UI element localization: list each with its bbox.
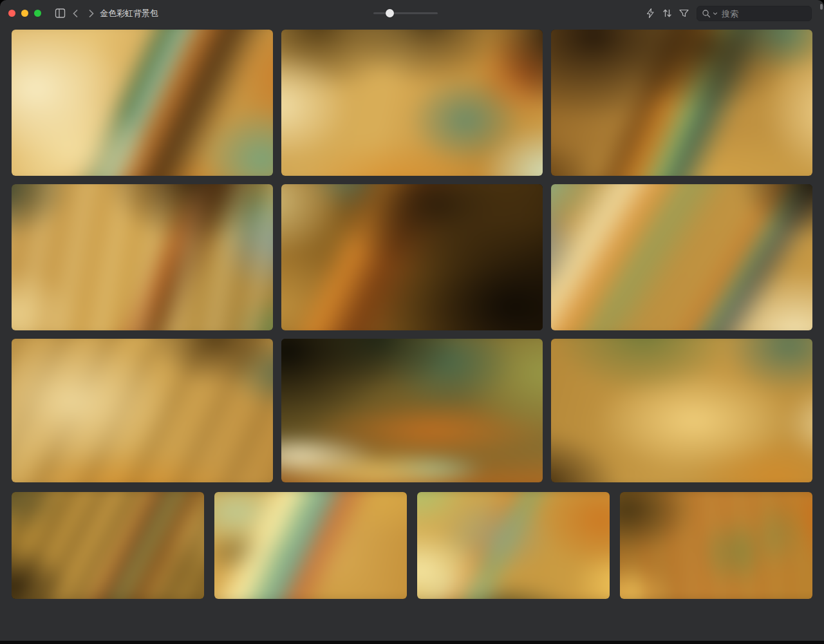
thumbnail-zoom-slider[interactable]: [373, 12, 438, 14]
image-thumbnail-gold-rainbow-06[interactable]: [551, 184, 812, 330]
gallery-row: [12, 30, 812, 176]
app-window: 金色彩虹背景包: [0, 0, 824, 641]
search-input[interactable]: [720, 9, 807, 19]
image-thumbnail-gold-rainbow-10[interactable]: [12, 492, 204, 599]
sidebar-toggle-icon[interactable]: [55, 8, 66, 19]
window-bottom-edge: [0, 641, 824, 644]
image-thumbnail-gold-rainbow-04[interactable]: [12, 184, 273, 330]
image-art: [551, 184, 812, 330]
image-art: [281, 184, 543, 330]
sort-icon[interactable]: [662, 8, 673, 19]
image-thumbnail-gold-rainbow-07[interactable]: [12, 339, 273, 482]
gallery-row: [12, 339, 812, 482]
image-art: [12, 184, 273, 330]
image-art: [551, 30, 812, 176]
image-art: [551, 339, 812, 482]
image-art: [281, 339, 543, 482]
minimize-button[interactable]: [21, 10, 28, 17]
zoom-window-button[interactable]: [34, 10, 41, 17]
zoom-slider-knob[interactable]: [386, 9, 394, 17]
image-thumbnail-gold-rainbow-08[interactable]: [281, 339, 543, 482]
close-button[interactable]: [8, 10, 15, 17]
search-icon: [702, 9, 711, 18]
title-bar: 金色彩虹背景包: [0, 0, 824, 27]
image-thumbnail-gold-rainbow-11[interactable]: [214, 492, 407, 599]
page-title: 金色彩虹背景包: [100, 0, 158, 27]
image-art: [214, 492, 407, 599]
image-thumbnail-gold-rainbow-03[interactable]: [551, 30, 812, 176]
scrollbar-thumb[interactable]: [820, 4, 823, 10]
forward-button[interactable]: [88, 8, 95, 19]
search-scope-chevron-icon[interactable]: [713, 11, 718, 16]
image-thumbnail-gold-rainbow-01[interactable]: [12, 30, 273, 176]
image-art: [620, 492, 812, 599]
search-field[interactable]: [697, 6, 812, 21]
image-thumbnail-gold-rainbow-09[interactable]: [551, 339, 812, 482]
gallery: [0, 27, 824, 599]
image-art: [12, 30, 273, 176]
image-thumbnail-gold-rainbow-12[interactable]: [417, 492, 610, 599]
filter-icon[interactable]: [679, 8, 689, 19]
gallery-row: [12, 492, 812, 599]
image-thumbnail-gold-rainbow-05[interactable]: [281, 184, 543, 330]
image-art: [281, 30, 543, 176]
image-thumbnail-gold-rainbow-02[interactable]: [281, 30, 543, 176]
image-art: [12, 492, 204, 599]
gallery-row: [12, 184, 812, 330]
quick-actions-icon[interactable]: [645, 8, 656, 19]
image-art: [12, 339, 273, 482]
image-art: [417, 492, 610, 599]
back-button[interactable]: [72, 8, 79, 19]
image-thumbnail-gold-rainbow-13[interactable]: [620, 492, 812, 599]
